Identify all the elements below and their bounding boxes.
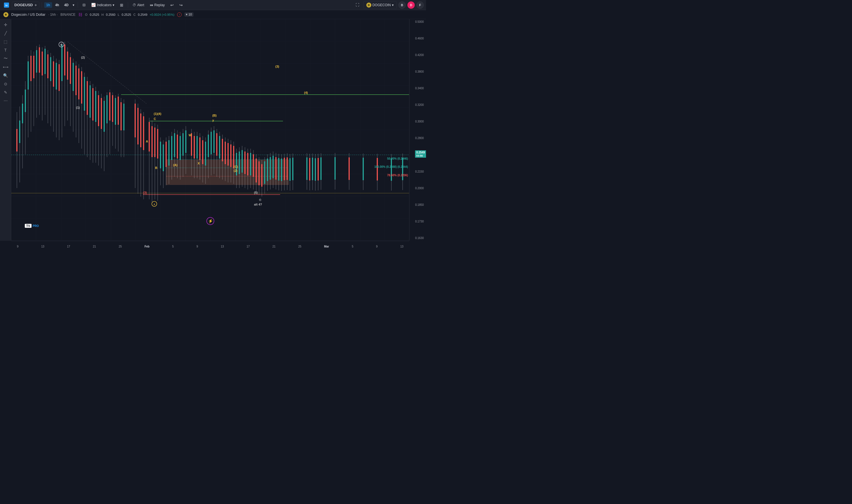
alert-label: Alert	[137, 3, 144, 7]
svg-rect-106	[112, 95, 113, 122]
svg-rect-136	[166, 142, 167, 167]
fib-50-label: 50.00% (0.2446)	[387, 157, 408, 160]
timeframe-4h[interactable]: 4h	[53, 2, 61, 8]
svg-rect-56	[42, 52, 43, 75]
time-21: 21	[93, 245, 96, 248]
timeframe-4d[interactable]: 4D	[62, 2, 70, 8]
indicators-btn[interactable]: 📈 Indicators ▾	[89, 2, 116, 8]
line-tool[interactable]: ╱	[1, 29, 10, 37]
indicators-label: Indicators	[97, 3, 111, 7]
svg-rect-116	[134, 104, 136, 138]
svg-text:4: 4	[154, 203, 155, 205]
svg-rect-46	[28, 61, 29, 90]
price-0.3800: 0.3800	[411, 70, 425, 73]
price-0.1850: 0.1850	[411, 203, 425, 206]
svg-rect-242	[363, 158, 364, 180]
svg-rect-110	[118, 96, 119, 125]
alert-btn[interactable]: ⏱ Alert	[130, 2, 146, 8]
redo-btn[interactable]: ↪	[177, 2, 185, 8]
zoom-tool[interactable]: 🔍	[1, 72, 10, 79]
svg-rect-84	[81, 71, 82, 104]
svg-rect-200	[258, 161, 259, 185]
fullscreen-btn[interactable]: ⛶	[354, 2, 362, 8]
svg-rect-232	[315, 158, 316, 181]
svg-rect-52	[36, 50, 37, 73]
fib-786-label: 78.60% (0.2206)	[387, 174, 408, 177]
wave-count-indicator: ▾ 10	[184, 12, 193, 17]
svg-rect-230	[312, 158, 313, 180]
measure-tool[interactable]: ⟷	[1, 63, 10, 71]
replay-btn[interactable]: ⏮ Replay	[147, 2, 167, 8]
alt4-label: alt 4?	[254, 203, 262, 206]
svg-rect-244	[377, 158, 378, 180]
svg-rect-94	[95, 91, 96, 122]
high-label: H	[101, 13, 104, 16]
svg-rect-238	[334, 157, 336, 180]
cursor-tool[interactable]: ✛	[1, 21, 10, 29]
svg-rect-108	[115, 98, 116, 125]
ohlc-data: O 0.2525 H 0.2560 L 0.2525 C 0.2549 +0.0…	[85, 13, 174, 16]
wave-tool[interactable]: 〜	[1, 55, 10, 62]
timeframe-1h[interactable]: 1h	[44, 2, 52, 8]
chart-type-btn[interactable]: ⊟	[80, 2, 88, 8]
tv-logo-btn[interactable]: tv	[2, 2, 11, 8]
fib-100-label: 100.00% (0.2388) (0.2344)	[374, 165, 408, 168]
svg-rect-204	[264, 161, 265, 184]
wave-label-B-low: B	[155, 166, 157, 169]
more-tools[interactable]: ⋯	[1, 97, 10, 105]
svg-text:(4): (4)	[304, 91, 308, 94]
svg-rect-170	[216, 133, 217, 156]
symbol-selector[interactable]: DOGEUSD +	[12, 2, 39, 8]
main-toolbar: tv DOGEUSD + 1h 4h 4D ▾ ⊟ 📈 Indicators ▾…	[0, 0, 426, 10]
price-0.4600: 0.4600	[411, 37, 425, 40]
svg-rect-206	[267, 159, 268, 181]
svg-rect-168	[213, 130, 215, 153]
time-9c: 9	[376, 245, 378, 248]
svg-rect-120	[140, 113, 141, 147]
svg-rect-76	[70, 57, 71, 84]
fib-tool[interactable]: ⬚	[1, 38, 10, 46]
chart-timeframe: · 1hh ·	[48, 13, 57, 17]
svg-rect-64	[53, 61, 54, 87]
magnet-tool[interactable]: ⊙	[1, 80, 10, 88]
svg-rect-228	[309, 158, 310, 180]
price-0.2800: 0.2800	[411, 137, 425, 140]
svg-rect-180	[230, 144, 232, 167]
dogecoin-selector[interactable]: D DOGECOIN ▾	[363, 1, 397, 9]
price-0.3400: 0.3400	[411, 87, 425, 90]
chart-name: Dogecoin / US Dollar	[11, 12, 45, 17]
svg-rect-216	[281, 159, 282, 181]
replay-label: Replay	[154, 3, 165, 7]
text-tool[interactable]: T	[1, 46, 10, 54]
chart-exchange: BINANCE	[60, 13, 75, 17]
tv-logo: TV PRO	[25, 224, 39, 228]
lightning-btn[interactable]: ⚡	[206, 217, 214, 227]
timeframe-dropdown[interactable]: ▾	[72, 2, 75, 8]
time-21b: 21	[272, 245, 275, 248]
svg-rect-188	[241, 150, 243, 173]
eraser-tool[interactable]: ✎	[1, 88, 10, 96]
svg-rect-100	[104, 101, 105, 132]
svg-rect-226	[306, 157, 307, 180]
avatar-d[interactable]: D	[407, 1, 415, 9]
undo-icon: ↩	[170, 3, 174, 7]
layout-btn[interactable]: ⊞	[118, 2, 126, 8]
svg-rect-126	[151, 126, 152, 157]
svg-rect-164	[208, 134, 209, 157]
open-value: 0.2525	[90, 13, 99, 16]
svg-rect-90	[90, 85, 91, 118]
svg-rect-208	[270, 157, 271, 180]
svg-rect-166	[211, 132, 212, 154]
svg-rect-246	[391, 158, 392, 181]
svg-rect-190	[244, 151, 246, 174]
svg-rect-86	[84, 77, 85, 111]
svg-rect-134	[163, 144, 164, 171]
svg-rect-236	[321, 157, 322, 180]
chart-svg: B 4 (3) (4)	[11, 19, 409, 241]
fullscreen-icon: ⛶	[356, 3, 359, 7]
avatar-f[interactable]: F	[416, 1, 424, 9]
svg-rect-248	[402, 158, 403, 180]
undo-btn[interactable]: ↩	[168, 2, 176, 8]
svg-rect-92	[92, 88, 93, 121]
avatar-b[interactable]: B	[398, 1, 406, 9]
